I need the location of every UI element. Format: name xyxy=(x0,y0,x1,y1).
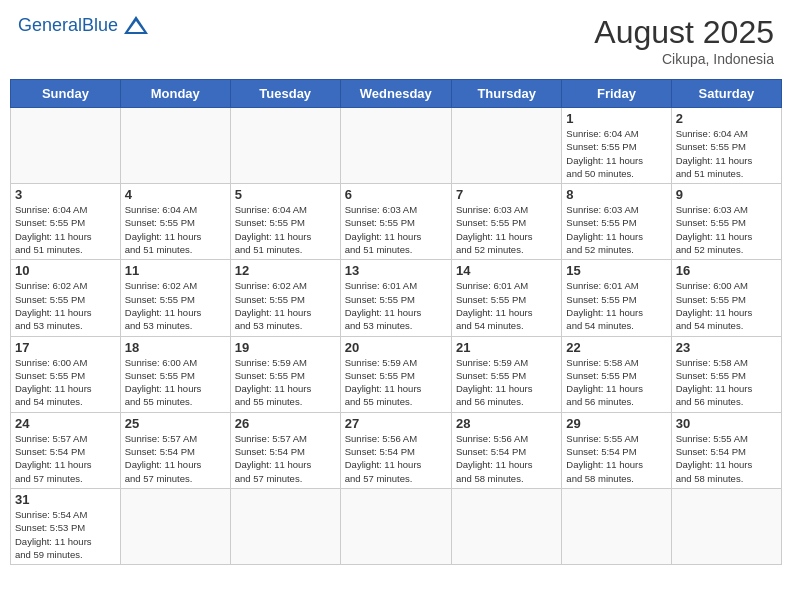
day-number: 16 xyxy=(676,263,777,278)
day-number: 23 xyxy=(676,340,777,355)
day-number: 12 xyxy=(235,263,336,278)
day-number: 1 xyxy=(566,111,666,126)
day-info: Sunrise: 5:59 AMSunset: 5:55 PMDaylight:… xyxy=(345,356,447,409)
day-info: Sunrise: 6:04 AMSunset: 5:55 PMDaylight:… xyxy=(15,203,116,256)
header-thursday: Thursday xyxy=(451,80,561,108)
day-number: 2 xyxy=(676,111,777,126)
calendar-cell xyxy=(120,488,230,564)
calendar-cell: 11Sunrise: 6:02 AMSunset: 5:55 PMDayligh… xyxy=(120,260,230,336)
day-number: 15 xyxy=(566,263,666,278)
calendar-cell: 4Sunrise: 6:04 AMSunset: 5:55 PMDaylight… xyxy=(120,184,230,260)
calendar-cell xyxy=(340,108,451,184)
header-friday: Friday xyxy=(562,80,671,108)
calendar-cell: 21Sunrise: 5:59 AMSunset: 5:55 PMDayligh… xyxy=(451,336,561,412)
calendar-cell xyxy=(671,488,781,564)
calendar-cell xyxy=(11,108,121,184)
calendar-cell xyxy=(451,108,561,184)
day-number: 27 xyxy=(345,416,447,431)
calendar-cell: 12Sunrise: 6:02 AMSunset: 5:55 PMDayligh… xyxy=(230,260,340,336)
month-year-title: August 2025 xyxy=(594,14,774,51)
calendar-table: SundayMondayTuesdayWednesdayThursdayFrid… xyxy=(10,79,782,565)
day-number: 9 xyxy=(676,187,777,202)
day-info: Sunrise: 6:03 AMSunset: 5:55 PMDaylight:… xyxy=(566,203,666,256)
day-info: Sunrise: 6:01 AMSunset: 5:55 PMDaylight:… xyxy=(456,279,557,332)
day-info: Sunrise: 6:00 AMSunset: 5:55 PMDaylight:… xyxy=(125,356,226,409)
header-tuesday: Tuesday xyxy=(230,80,340,108)
calendar-cell: 23Sunrise: 5:58 AMSunset: 5:55 PMDayligh… xyxy=(671,336,781,412)
day-number: 17 xyxy=(15,340,116,355)
day-info: Sunrise: 5:55 AMSunset: 5:54 PMDaylight:… xyxy=(566,432,666,485)
calendar-cell: 15Sunrise: 6:01 AMSunset: 5:55 PMDayligh… xyxy=(562,260,671,336)
calendar-cell: 31Sunrise: 5:54 AMSunset: 5:53 PMDayligh… xyxy=(11,488,121,564)
day-info: Sunrise: 6:01 AMSunset: 5:55 PMDaylight:… xyxy=(345,279,447,332)
day-info: Sunrise: 6:03 AMSunset: 5:55 PMDaylight:… xyxy=(456,203,557,256)
calendar-cell: 3Sunrise: 6:04 AMSunset: 5:55 PMDaylight… xyxy=(11,184,121,260)
calendar-cell: 16Sunrise: 6:00 AMSunset: 5:55 PMDayligh… xyxy=(671,260,781,336)
day-info: Sunrise: 5:59 AMSunset: 5:55 PMDaylight:… xyxy=(456,356,557,409)
calendar-week-3: 17Sunrise: 6:00 AMSunset: 5:55 PMDayligh… xyxy=(11,336,782,412)
title-block: August 2025 Cikupa, Indonesia xyxy=(594,14,774,67)
logo-text: GeneralBlue xyxy=(18,15,118,36)
header-monday: Monday xyxy=(120,80,230,108)
calendar-cell xyxy=(230,108,340,184)
calendar-cell: 6Sunrise: 6:03 AMSunset: 5:55 PMDaylight… xyxy=(340,184,451,260)
calendar-cell: 1Sunrise: 6:04 AMSunset: 5:55 PMDaylight… xyxy=(562,108,671,184)
day-number: 26 xyxy=(235,416,336,431)
day-number: 21 xyxy=(456,340,557,355)
day-number: 8 xyxy=(566,187,666,202)
day-info: Sunrise: 5:56 AMSunset: 5:54 PMDaylight:… xyxy=(345,432,447,485)
day-info: Sunrise: 6:03 AMSunset: 5:55 PMDaylight:… xyxy=(345,203,447,256)
day-number: 31 xyxy=(15,492,116,507)
calendar-cell: 2Sunrise: 6:04 AMSunset: 5:55 PMDaylight… xyxy=(671,108,781,184)
day-number: 25 xyxy=(125,416,226,431)
calendar-cell: 28Sunrise: 5:56 AMSunset: 5:54 PMDayligh… xyxy=(451,412,561,488)
calendar-cell: 26Sunrise: 5:57 AMSunset: 5:54 PMDayligh… xyxy=(230,412,340,488)
logo-general: General xyxy=(18,15,82,35)
calendar-week-2: 10Sunrise: 6:02 AMSunset: 5:55 PMDayligh… xyxy=(11,260,782,336)
day-number: 14 xyxy=(456,263,557,278)
calendar-week-1: 3Sunrise: 6:04 AMSunset: 5:55 PMDaylight… xyxy=(11,184,782,260)
day-info: Sunrise: 5:56 AMSunset: 5:54 PMDaylight:… xyxy=(456,432,557,485)
calendar-week-4: 24Sunrise: 5:57 AMSunset: 5:54 PMDayligh… xyxy=(11,412,782,488)
day-info: Sunrise: 6:03 AMSunset: 5:55 PMDaylight:… xyxy=(676,203,777,256)
location-subtitle: Cikupa, Indonesia xyxy=(594,51,774,67)
logo: GeneralBlue xyxy=(18,14,150,36)
calendar-cell: 8Sunrise: 6:03 AMSunset: 5:55 PMDaylight… xyxy=(562,184,671,260)
calendar-cell xyxy=(340,488,451,564)
calendar-cell: 20Sunrise: 5:59 AMSunset: 5:55 PMDayligh… xyxy=(340,336,451,412)
calendar-cell: 22Sunrise: 5:58 AMSunset: 5:55 PMDayligh… xyxy=(562,336,671,412)
logo-icon xyxy=(122,14,150,36)
day-info: Sunrise: 6:00 AMSunset: 5:55 PMDaylight:… xyxy=(15,356,116,409)
day-number: 6 xyxy=(345,187,447,202)
calendar-cell: 18Sunrise: 6:00 AMSunset: 5:55 PMDayligh… xyxy=(120,336,230,412)
header-saturday: Saturday xyxy=(671,80,781,108)
calendar-cell: 25Sunrise: 5:57 AMSunset: 5:54 PMDayligh… xyxy=(120,412,230,488)
day-info: Sunrise: 6:00 AMSunset: 5:55 PMDaylight:… xyxy=(676,279,777,332)
day-number: 4 xyxy=(125,187,226,202)
day-info: Sunrise: 6:02 AMSunset: 5:55 PMDaylight:… xyxy=(235,279,336,332)
calendar-header-row: SundayMondayTuesdayWednesdayThursdayFrid… xyxy=(11,80,782,108)
calendar-cell: 13Sunrise: 6:01 AMSunset: 5:55 PMDayligh… xyxy=(340,260,451,336)
calendar-cell: 5Sunrise: 6:04 AMSunset: 5:55 PMDaylight… xyxy=(230,184,340,260)
logo-blue: Blue xyxy=(82,15,118,35)
calendar-cell: 10Sunrise: 6:02 AMSunset: 5:55 PMDayligh… xyxy=(11,260,121,336)
day-number: 10 xyxy=(15,263,116,278)
calendar-cell: 27Sunrise: 5:56 AMSunset: 5:54 PMDayligh… xyxy=(340,412,451,488)
day-number: 11 xyxy=(125,263,226,278)
calendar-cell: 19Sunrise: 5:59 AMSunset: 5:55 PMDayligh… xyxy=(230,336,340,412)
calendar-cell: 29Sunrise: 5:55 AMSunset: 5:54 PMDayligh… xyxy=(562,412,671,488)
day-number: 19 xyxy=(235,340,336,355)
calendar-cell: 9Sunrise: 6:03 AMSunset: 5:55 PMDaylight… xyxy=(671,184,781,260)
day-info: Sunrise: 6:04 AMSunset: 5:55 PMDaylight:… xyxy=(676,127,777,180)
day-number: 28 xyxy=(456,416,557,431)
day-number: 24 xyxy=(15,416,116,431)
day-info: Sunrise: 6:02 AMSunset: 5:55 PMDaylight:… xyxy=(125,279,226,332)
calendar-cell xyxy=(451,488,561,564)
calendar-cell xyxy=(562,488,671,564)
day-number: 5 xyxy=(235,187,336,202)
day-info: Sunrise: 5:59 AMSunset: 5:55 PMDaylight:… xyxy=(235,356,336,409)
day-info: Sunrise: 6:04 AMSunset: 5:55 PMDaylight:… xyxy=(566,127,666,180)
calendar-cell: 14Sunrise: 6:01 AMSunset: 5:55 PMDayligh… xyxy=(451,260,561,336)
day-number: 20 xyxy=(345,340,447,355)
day-info: Sunrise: 6:04 AMSunset: 5:55 PMDaylight:… xyxy=(235,203,336,256)
